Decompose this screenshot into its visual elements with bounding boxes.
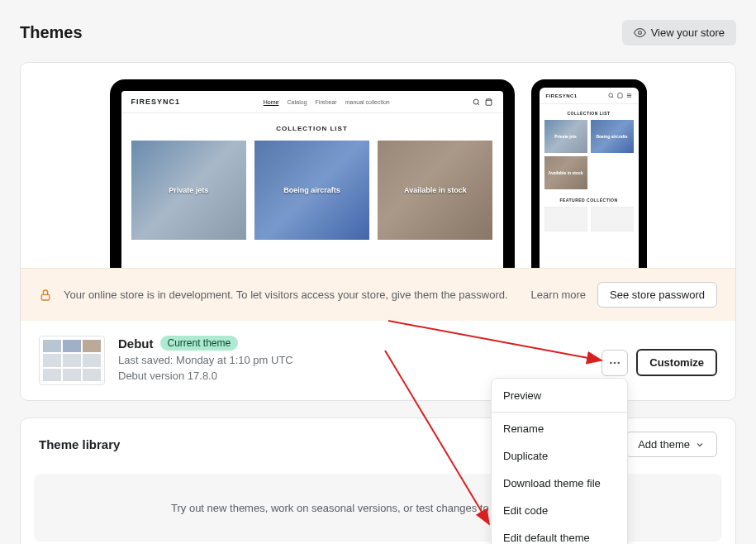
menu-preview[interactable]: Preview [492,382,627,409]
menu-edit-content[interactable]: Edit default theme content [492,524,627,544]
mock-links: Home Catalog Firebear manual collection [264,99,390,105]
menu-duplicate[interactable]: Duplicate [492,442,627,470]
mobile-featured-grid [540,207,639,231]
mock-grid: Private jets Boeing aircrafts Available … [121,141,503,240]
library-title: Theme library [39,437,120,451]
current-theme-card: FIRESYNC1 Home Catalog Firebear manual c… [20,62,736,401]
menu-icon [626,93,632,98]
theme-thumbnail [39,336,105,385]
svg-point-11 [614,361,616,364]
menu-edit-code[interactable]: Edit code [492,497,627,524]
svg-rect-9 [41,294,49,300]
view-store-label: View your store [651,26,725,39]
mobile-nav: FIRESYNC1 [540,88,639,104]
search-icon [473,98,480,106]
theme-library-card: Theme library Add theme Try out new them… [20,418,736,544]
svg-point-1 [474,99,479,104]
menu-separator [492,412,627,413]
learn-more-link[interactable]: Learn more [531,289,586,301]
menu-download[interactable]: Download theme file [492,470,627,497]
add-theme-button[interactable]: Add theme [625,432,717,457]
theme-last-saved: Last saved: Monday at 1:10 pm UTC [118,354,293,366]
mock-nav-icons [473,98,492,106]
preview-area: FIRESYNC1 Home Catalog Firebear manual c… [21,63,735,268]
see-password-button[interactable]: See store password [597,282,717,308]
mock-brand: FIRESYNC1 [131,98,181,106]
desktop-preview: FIRESYNC1 Home Catalog Firebear manual c… [110,79,515,268]
menu-rename[interactable]: Rename [492,415,627,442]
mobile-preview: FIRESYNC1 COLLECTION LIST Private jets B… [531,79,647,268]
dev-banner: Your online store is in development. To … [21,268,735,321]
theme-meta: Debut Current theme Last saved: Monday a… [118,336,293,385]
mobile-grid: Private jets Boeing aircrafts Available … [540,120,639,189]
theme-version: Debut version 17.8.0 [118,370,293,382]
mock-nav: FIRESYNC1 Home Catalog Firebear manual c… [121,91,503,113]
svg-point-10 [610,361,612,364]
mobile-tile-available: Available in stock [544,156,587,189]
dots-icon [608,356,621,370]
mobile-featured-tile [544,207,587,231]
mock-section-title: COLLECTION LIST [121,125,503,132]
tile-private-jets: Private jets [131,141,246,240]
svg-line-2 [478,103,480,105]
theme-name: Debut [118,336,154,351]
bag-icon [617,93,623,98]
search-icon [608,93,614,98]
svg-line-5 [611,97,612,98]
mobile-tile-private-jets: Private jets [544,120,587,153]
mobile-nav-icons [608,93,632,98]
page-header: Themes View your store [20,20,736,45]
page-title: Themes [20,23,83,42]
lock-icon [39,289,52,302]
svg-point-0 [638,31,641,35]
svg-point-12 [618,361,620,364]
mobile-section-title: COLLECTION LIST [540,111,639,116]
current-theme-badge: Current theme [160,336,239,351]
mobile-brand: FIRESYNC1 [546,93,578,98]
banner-message: Your online store is in development. To … [64,289,508,301]
theme-row: Debut Current theme Last saved: Monday a… [21,321,735,400]
mobile-tile-boeing: Boeing aircrafts [591,120,634,153]
customize-button[interactable]: Customize [636,349,717,376]
view-store-button[interactable]: View your store [622,20,736,45]
svg-point-4 [608,93,612,98]
tile-boeing: Boeing aircrafts [254,141,369,240]
bag-icon [485,98,492,106]
theme-actions-menu: Preview Rename Duplicate Download theme … [491,378,628,544]
mobile-featured-tile [591,207,634,231]
chevron-down-icon [695,440,705,450]
tile-available: Available in stock [378,141,492,240]
eye-icon [634,26,646,39]
more-actions-button[interactable] [601,350,628,376]
mobile-featured-title: FEATURED COLLECTION [540,198,639,203]
